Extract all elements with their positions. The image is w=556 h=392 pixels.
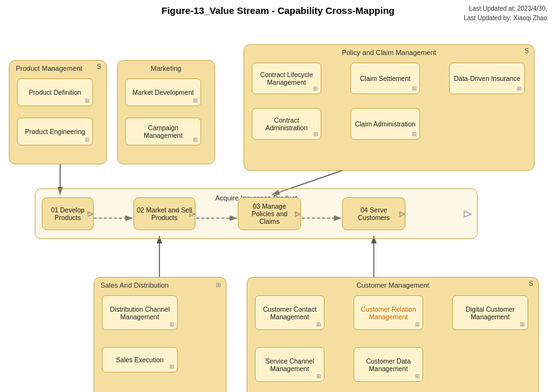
cap-claim-settlement[interactable]: Claim Settlement ⊞ <box>350 63 420 94</box>
sales-distribution-group: Sales And Distribution ⊞ Distribution Ch… <box>94 277 226 392</box>
grid-icon-product-eng: ⊞ <box>85 137 90 143</box>
cap-service-channel[interactable]: Service Channel Management ⊞ <box>255 347 324 382</box>
process-01[interactable]: 01 Develop Products ⊳ <box>42 197 94 230</box>
cap-market-dev[interactable]: Market Development ⊞ <box>125 78 201 106</box>
grid-icon-campaign: ⊞ <box>193 137 198 143</box>
marketing-label: Marketing <box>118 64 214 72</box>
grid-icon-mkt-dev: ⊞ <box>193 97 198 104</box>
policy-claim-badge: S <box>524 47 529 54</box>
customer-management-label: Customer Management <box>247 281 538 289</box>
grid-icon-cust-relation: ⊞ <box>415 321 420 328</box>
meta-info: Last Updated at: 2023/4/30, Last Updated… <box>464 4 547 23</box>
cap-contract-lifecycle[interactable]: Contract Lifecycle Management ⊞ <box>252 63 321 94</box>
grid-icon-claim-admin: ⊞ <box>412 131 417 137</box>
product-management-label: Product Management <box>16 64 82 72</box>
chevron-p3: ⊳ <box>294 209 302 219</box>
chevron-p2: ⊳ <box>188 209 196 219</box>
policy-claim-label: Policy and Claim Management <box>244 49 534 56</box>
grid-icon-digital-cust: ⊞ <box>520 321 525 328</box>
customer-management-group: Customer Management S Customer Contact M… <box>247 277 539 392</box>
chevron-p1: ⊳ <box>87 209 94 219</box>
grid-icon-contract-admin: ⊞ <box>313 131 318 137</box>
cap-product-engineering[interactable]: Product Engineering ⊞ <box>17 118 93 145</box>
customer-management-badge: S <box>529 280 533 287</box>
process-03[interactable]: 03 Manage Policies and Claims ⊳ <box>238 197 301 230</box>
cap-product-definition[interactable]: Product Definition ⊞ <box>17 78 93 106</box>
grid-icon-cust-data: ⊞ <box>415 373 420 379</box>
cap-digital-customer[interactable]: Digital Customer Management ⊞ <box>452 295 528 330</box>
grid-icon-cust-contact: ⊞ <box>316 321 321 328</box>
grid-icon-product-def: ⊞ <box>85 97 90 104</box>
process-02[interactable]: 02 Market and Sell Products ⊳ <box>133 197 195 230</box>
grid-icon-service-channel: ⊞ <box>316 373 321 379</box>
grid-icon-sales-group: ⊞ <box>216 281 221 288</box>
cap-customer-data[interactable]: Customer Data Management ⊞ <box>354 347 423 382</box>
cap-contract-admin[interactable]: Contract Administration ⊞ <box>252 108 321 140</box>
cap-data-driven[interactable]: Data-Driven Insurance ⊞ <box>449 63 525 94</box>
diagram-area: Acquire Insurance Product ⊳ 01 Develop P… <box>0 25 556 392</box>
cap-sales-execution[interactable]: Sales Execution ⊞ <box>102 347 178 372</box>
cap-customer-contact[interactable]: Customer Contact Management ⊞ <box>255 295 324 330</box>
grid-icon-dist-channel: ⊞ <box>170 321 175 328</box>
product-management-badge: S <box>97 63 101 70</box>
cap-claim-admin[interactable]: Claim Administration ⊞ <box>350 108 420 140</box>
cap-customer-relation[interactable]: Customer Relation Management ⊞ <box>354 295 423 330</box>
grid-icon-sales-exec: ⊞ <box>170 364 175 370</box>
marketing-group: Marketing Market Development ⊞ Campaign … <box>117 60 215 164</box>
grid-icon-claim-settlement: ⊞ <box>412 85 417 92</box>
cap-campaign-mgmt[interactable]: Campaign Management ⊞ <box>125 118 201 145</box>
product-management-group: Product Management S Product Definition … <box>9 60 107 164</box>
sales-distribution-label: Sales And Distribution <box>101 281 169 289</box>
policy-claim-group: Policy and Claim Management S Contract L… <box>244 44 534 171</box>
process-04[interactable]: 04 Serve Customers ⊳ <box>342 197 405 230</box>
swim-lane-chevron: ⊳ <box>462 206 473 221</box>
grid-icon-contract-lifecycle: ⊞ <box>313 85 318 92</box>
cap-distribution-channel[interactable]: Distribution Channel Management ⊞ <box>102 295 178 330</box>
grid-icon-data-driven: ⊞ <box>517 85 522 92</box>
chevron-p4: ⊳ <box>398 209 406 219</box>
